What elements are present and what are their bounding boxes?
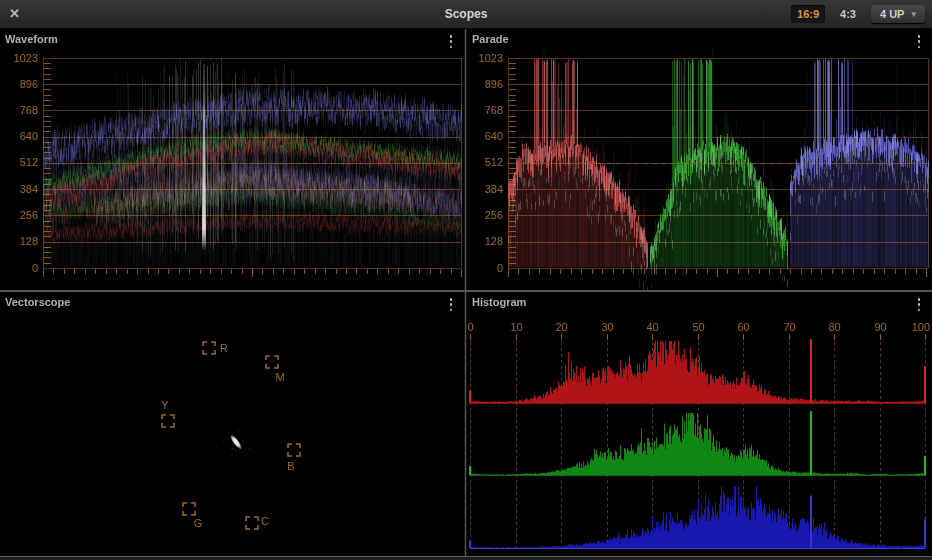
histogram-title: Histogram — [472, 296, 526, 308]
topbar-controls: 16:9 4:3 4 UP ▾ — [791, 0, 925, 28]
chevron-down-icon: ▾ — [911, 10, 916, 19]
histogram-panel: Histogram — [467, 292, 932, 556]
parade-panel: Parade — [467, 29, 932, 290]
topbar: ✕ Scopes 16:9 4:3 4 UP ▾ — [0, 0, 932, 29]
layout-select[interactable]: 4 UP ▾ — [871, 5, 925, 23]
aspect-4-3-button[interactable]: 4:3 — [834, 5, 862, 23]
kebab-menu-icon[interactable] — [446, 35, 456, 48]
scopes-window: ✕ Scopes 16:9 4:3 4 UP ▾ Waveform Parade… — [0, 0, 932, 560]
kebab-menu-icon[interactable] — [914, 298, 924, 311]
vectorscope-panel: Vectorscope — [0, 292, 464, 556]
parade-canvas — [467, 29, 932, 290]
waveform-header: Waveform — [0, 29, 464, 49]
waveform-canvas — [0, 29, 464, 290]
histogram-header: Histogram — [467, 292, 932, 312]
aspect-16-9-button[interactable]: 16:9 — [791, 5, 825, 23]
kebab-menu-icon[interactable] — [446, 298, 456, 311]
parade-header: Parade — [467, 29, 932, 49]
waveform-panel: Waveform — [0, 29, 464, 290]
parade-title: Parade — [472, 33, 509, 45]
vectorscope-canvas — [0, 292, 464, 556]
vectorscope-header: Vectorscope — [0, 292, 464, 312]
kebab-menu-icon[interactable] — [914, 35, 924, 48]
waveform-title: Waveform — [5, 33, 58, 45]
vectorscope-title: Vectorscope — [5, 296, 70, 308]
layout-select-label: 4 UP — [880, 8, 904, 20]
histogram-canvas — [467, 292, 932, 556]
bottom-bar — [0, 556, 932, 560]
